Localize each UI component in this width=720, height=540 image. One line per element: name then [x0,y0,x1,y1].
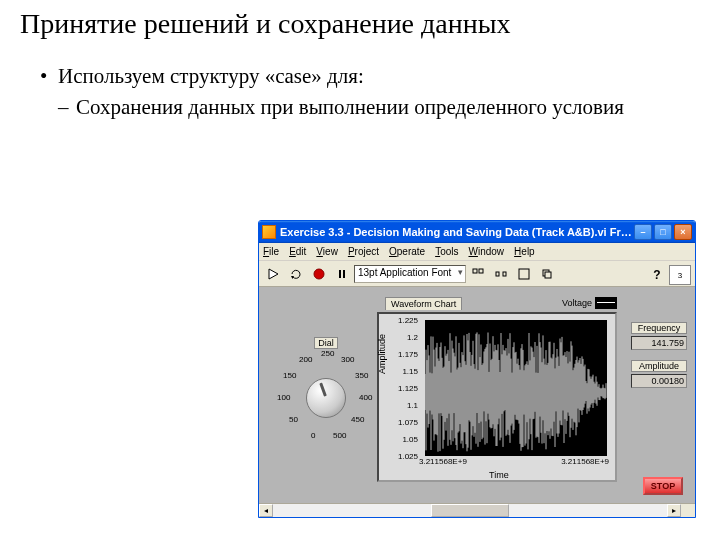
waveform-trace [425,320,607,456]
front-panel: Dial 0 50 100 150 200 250 300 350 400 45… [259,287,695,503]
dial-tick-100: 100 [277,393,290,402]
minimize-button[interactable]: – [634,224,652,240]
x-axis-label: Time [489,470,509,480]
dial-tick-350: 350 [355,371,368,380]
resize-grip[interactable] [681,504,695,517]
menu-project[interactable]: Project [348,246,379,257]
dial-tick-450: 450 [351,415,364,424]
xtick-0: 3.211568E+9 [419,457,467,466]
horizontal-scrollbar[interactable]: ◂ ▸ [259,503,695,517]
context-help-button[interactable]: ? [646,265,668,285]
stop-button[interactable]: STOP [643,477,683,495]
scroll-track[interactable] [273,504,667,517]
legend-swatch [595,297,617,309]
svg-rect-5 [473,269,477,273]
bullet-2: Сохранения данных при выполнении определ… [40,95,680,120]
ytick-6: 1.175 [378,350,418,359]
pause-button[interactable] [331,264,353,284]
xtick-1: 3.211568E+9 [561,457,609,466]
window-title: Exercise 3.3 - Decision Making and Savin… [280,226,632,238]
ytick-4: 1.125 [378,384,418,393]
dial-control[interactable]: 0 50 100 150 200 250 300 350 400 450 500 [281,353,371,443]
reorder-button[interactable] [536,264,558,284]
svg-rect-7 [496,272,499,276]
menu-view[interactable]: View [316,246,338,257]
svg-point-2 [314,269,324,279]
vi-icon[interactable]: 3 [669,265,691,285]
ytick-5: 1.15 [378,367,418,376]
frequency-label: Frequency [631,322,687,334]
svg-rect-4 [343,270,345,278]
amplitude-value: 0.00180 [631,374,687,388]
ytick-8: 1.225 [378,316,418,325]
svg-rect-6 [479,269,483,273]
menu-bar: File Edit View Project Operate Tools Win… [259,243,695,261]
maximize-button[interactable]: □ [654,224,672,240]
titlebar[interactable]: Exercise 3.3 - Decision Making and Savin… [259,221,695,243]
labview-icon [262,225,276,239]
readouts: Frequency 141.759 Amplitude 0.00180 [631,322,687,398]
dial-tick-200: 200 [299,355,312,364]
bullet-list: Используем структуру «case» для: Сохране… [0,44,720,134]
waveform-chart: Waveform Chart Voltage Amplitude Time 1.… [377,297,617,485]
dial-tick-250: 250 [321,349,334,358]
scroll-thumb[interactable] [431,504,510,517]
chart-frame: Amplitude Time 1.025 1.05 1.075 1.1 1.12… [377,312,617,482]
align-button[interactable] [467,264,489,284]
svg-rect-9 [519,269,529,279]
ytick-1: 1.05 [378,435,418,444]
dial-tick-300: 300 [341,355,354,364]
close-button[interactable]: × [674,224,692,240]
dial-knob[interactable] [306,378,346,418]
run-button[interactable] [262,264,284,284]
toolbar-right: ? 3 [646,263,691,287]
slide-title: Принятие решений и сохранение данных [0,0,720,44]
plot-canvas [425,320,607,456]
toolbar: 13pt Application Font [259,261,695,287]
dial-label: Dial [314,337,338,349]
menu-help[interactable]: Help [514,246,535,257]
scroll-left-button[interactable]: ◂ [259,504,273,517]
labview-window: Exercise 3.3 - Decision Making and Savin… [258,220,696,518]
svg-rect-3 [339,270,341,278]
dial-tick-150: 150 [283,371,296,380]
resize-button[interactable] [513,264,535,284]
dial-group: Dial 0 50 100 150 200 250 300 350 400 45… [271,337,381,443]
chart-tab: Waveform Chart [385,297,462,310]
menu-window[interactable]: Window [469,246,505,257]
ytick-2: 1.075 [378,418,418,427]
svg-marker-0 [269,269,278,279]
ytick-7: 1.2 [378,333,418,342]
font-selector[interactable]: 13pt Application Font [354,265,466,283]
frequency-value: 141.759 [631,336,687,350]
abort-button[interactable] [308,264,330,284]
svg-rect-11 [545,272,551,278]
chart-legend: Voltage [562,297,617,309]
svg-rect-8 [503,272,506,276]
legend-label: Voltage [562,298,592,308]
dial-tick-0: 0 [311,431,315,440]
menu-edit[interactable]: Edit [289,246,306,257]
bullet-1: Используем структуру «case» для: [40,64,680,89]
distribute-button[interactable] [490,264,512,284]
ytick-0: 1.025 [378,452,418,461]
dial-tick-50: 50 [289,415,298,424]
dial-tick-500: 500 [333,431,346,440]
dial-tick-400: 400 [359,393,372,402]
amplitude-label: Amplitude [631,360,687,372]
menu-operate[interactable]: Operate [389,246,425,257]
ytick-3: 1.1 [378,401,418,410]
scroll-right-button[interactable]: ▸ [667,504,681,517]
run-continuous-button[interactable] [285,264,307,284]
menu-file[interactable]: File [263,246,279,257]
menu-tools[interactable]: Tools [435,246,458,257]
